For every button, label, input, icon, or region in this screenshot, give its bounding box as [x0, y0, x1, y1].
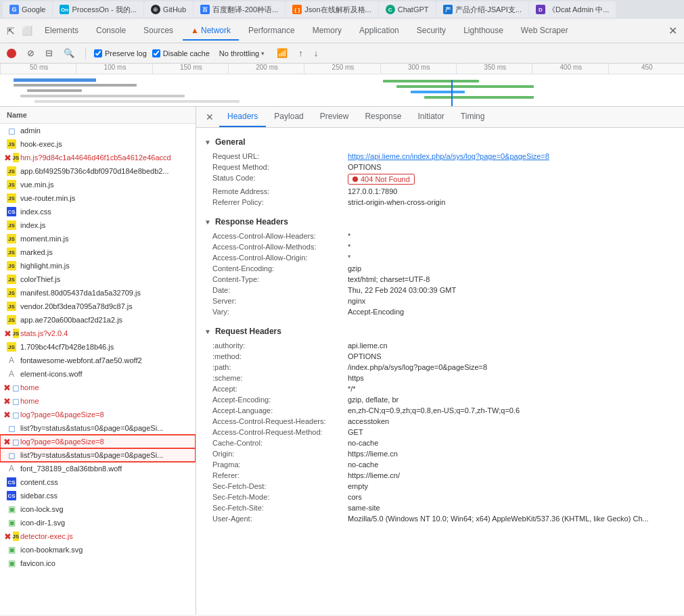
error-icon: ✖ [3, 383, 11, 393]
file-item[interactable]: ▣ favicon.ico [0, 556, 196, 570]
tab-security[interactable]: Security [409, 22, 454, 41]
tab-lighthouse[interactable]: Lighthouse [455, 22, 511, 41]
browser-tab-jsapi[interactable]: 产 产品介绍-JSAPI支... [436, 1, 528, 18]
file-item[interactable]: ◻ list?by=status&status=0&page=0&pageSi.… [0, 421, 196, 435]
header-value: gzip [348, 264, 361, 273]
file-item[interactable]: JS moment.min.js [0, 232, 196, 245]
preserve-log-checkbox[interactable] [94, 49, 102, 57]
tab-sources[interactable]: Sources [135, 22, 181, 41]
file-item[interactable]: ▣ icon-lock.svg [0, 502, 196, 516]
file-item[interactable]: JS manifest.80d05437da1da5a32709.js [0, 286, 196, 300]
record-btn[interactable] [4, 47, 19, 60]
response-header-row: Access-Control-Allow-Headers:* [212, 231, 676, 241]
file-item[interactable]: A element-icons.woff [0, 367, 196, 381]
browser-tabs-bar: G Google On ProcessOn - 我的... ⊕ GitHub 百… [0, 0, 684, 19]
request-headers-section-header[interactable]: ▼ Request Headers [196, 323, 684, 340]
filter-btn[interactable]: ⊟ [43, 47, 55, 60]
preserve-log-label[interactable]: Preserve log [94, 49, 147, 57]
general-collapse-icon: ▼ [204, 139, 211, 146]
status-code-row: Status Code: 404 Not Found [212, 172, 676, 186]
request-url-value[interactable]: https://api.lieme.cn/index.php/a/sys/log… [348, 152, 549, 160]
disable-cache-label[interactable]: Disable cache [152, 49, 210, 57]
file-item[interactable]: ✖◻ log?page=0&pageSize=8 [0, 408, 196, 421]
devtools-inspect-btn[interactable]: ⇱ [4, 24, 18, 38]
wifi-btn[interactable]: 📶 [274, 47, 290, 60]
file-item[interactable]: JS index.js [0, 218, 196, 232]
header-key: Content-Type: [212, 275, 348, 283]
file-item[interactable]: JS hook-exec.js [0, 137, 196, 151]
file-item[interactable]: ✖◻ home [0, 381, 196, 394]
clear-btn[interactable]: ⊘ [24, 47, 37, 60]
browser-tab-dcat[interactable]: D 《Dcat Admin 中... [529, 1, 616, 18]
file-item[interactable]: CS sidebar.css [0, 489, 196, 502]
response-header-row: Date:Thu, 22 Feb 2024 03:00:39 GMT [212, 285, 676, 295]
file-list-container: ◻ admin JS hook-exec.js ✖JS hm.js?9d84c1… [0, 124, 196, 570]
file-name: marked.js [20, 248, 53, 256]
detail-close-btn[interactable]: ✕ [200, 109, 219, 125]
file-name: home [20, 397, 39, 405]
detail-tab-initiator[interactable]: Initiator [409, 107, 452, 127]
file-item[interactable]: ✖JS detector-exec.js [0, 529, 196, 543]
file-name: 1.709bc44cf7b428e18b46.js [20, 343, 114, 351]
response-headers-section-header[interactable]: ▼ Response Headers [196, 213, 684, 231]
tab-elements[interactable]: Elements [37, 22, 87, 41]
detail-tab-headers[interactable]: Headers [219, 107, 266, 127]
header-key: Accept-Encoding: [212, 396, 348, 404]
request-header-row: Pragma:no-cache [212, 459, 676, 470]
browser-tab-processon[interactable]: On ProcessOn - 我的... [53, 1, 143, 18]
header-key: Access-Control-Allow-Origin: [212, 254, 348, 262]
file-name: vue.min.js [20, 181, 54, 189]
browser-tab-github[interactable]: ⊕ GitHub [144, 1, 193, 18]
file-item[interactable]: ▣ icon-bookmark.svg [0, 543, 196, 556]
export-btn[interactable]: ↓ [311, 47, 321, 60]
file-item[interactable]: JS marked.js [0, 245, 196, 259]
browser-tab-json[interactable]: { } Json在线解析及格... [286, 1, 378, 18]
file-item[interactable]: ✖JS stats.js?v2.0.4 [0, 327, 196, 340]
request-header-row: User-Agent:Mozilla/5.0 (Windows NT 10.0;… [212, 513, 676, 524]
file-item[interactable]: JS app.6bf49259b736c4dbf0970d184e8bedb2.… [0, 164, 196, 178]
header-value: https://lieme.cn/ [348, 471, 400, 479]
throttle-dropdown[interactable]: No throttling ▾ [215, 48, 269, 59]
file-item[interactable]: A fontawesome-webfont.af7ae50.woff2 [0, 354, 196, 367]
tab-network[interactable]: ▲Network [183, 22, 239, 41]
file-item[interactable]: JS vue-router.min.js [0, 191, 196, 205]
file-item[interactable]: ◻ list?by=status&status=0&page=0&pageSi.… [0, 448, 196, 462]
disable-cache-checkbox[interactable] [152, 49, 160, 57]
file-item[interactable]: ◻ admin [0, 124, 196, 137]
browser-tab-chatgpt[interactable]: C ChatGPT [379, 1, 436, 18]
header-value: https://lieme.cn [348, 450, 398, 458]
tab-webscraper[interactable]: Web Scraper [513, 22, 576, 41]
file-name: colorThief.js [20, 275, 60, 283]
detail-tab-timing[interactable]: Timing [453, 107, 493, 127]
file-item[interactable]: ✖JS hm.js?9d84c1a44646d46f1cb5a4612e46ac… [0, 151, 196, 164]
file-item[interactable]: CS index.css [0, 205, 196, 218]
browser-tab-translate[interactable]: 百 百度翻译-200种语... [193, 1, 285, 18]
file-item[interactable]: CS content.css [0, 475, 196, 489]
detail-tab-preview[interactable]: Preview [312, 107, 357, 127]
file-item[interactable]: ✖◻ home [0, 394, 196, 408]
detail-tab-payload[interactable]: Payload [266, 107, 311, 127]
file-item[interactable]: JS vendor.20bf3dea7095a78d9c87.js [0, 300, 196, 313]
file-item[interactable]: JS vue.min.js [0, 178, 196, 191]
tab-memory[interactable]: Memory [304, 22, 350, 41]
file-item[interactable]: ▣ icon-dir-1.svg [0, 516, 196, 529]
detail-tab-response[interactable]: Response [357, 107, 409, 127]
close-devtools-btn[interactable]: ✕ [666, 22, 680, 40]
file-item[interactable]: A font_738189_c8al36tbbn8.woff [0, 462, 196, 475]
devtools-device-btn[interactable]: ⬜ [19, 24, 35, 37]
browser-tab-google-label: Google [22, 5, 45, 14]
search-btn[interactable]: 🔍 [61, 47, 77, 60]
file-name: sidebar.css [20, 492, 58, 500]
file-item[interactable]: JS 1.709bc44cf7b428e18b46.js [0, 340, 196, 354]
file-item[interactable]: ✖◻ log?page=0&pageSize=8 [0, 435, 196, 448]
tab-application[interactable]: Application [351, 22, 407, 41]
wf-bar-3 [27, 89, 82, 92]
tab-performance[interactable]: Performance [240, 22, 303, 41]
file-item[interactable]: JS app.ae720a600baacf2d21a2.js [0, 313, 196, 327]
tab-console[interactable]: Console [88, 22, 134, 41]
file-item[interactable]: JS highlight.min.js [0, 259, 196, 273]
general-section-header[interactable]: ▼ General [196, 133, 684, 151]
browser-tab-google[interactable]: G Google [3, 1, 52, 18]
import-btn[interactable]: ↑ [296, 47, 306, 60]
file-item[interactable]: JS colorThief.js [0, 273, 196, 286]
